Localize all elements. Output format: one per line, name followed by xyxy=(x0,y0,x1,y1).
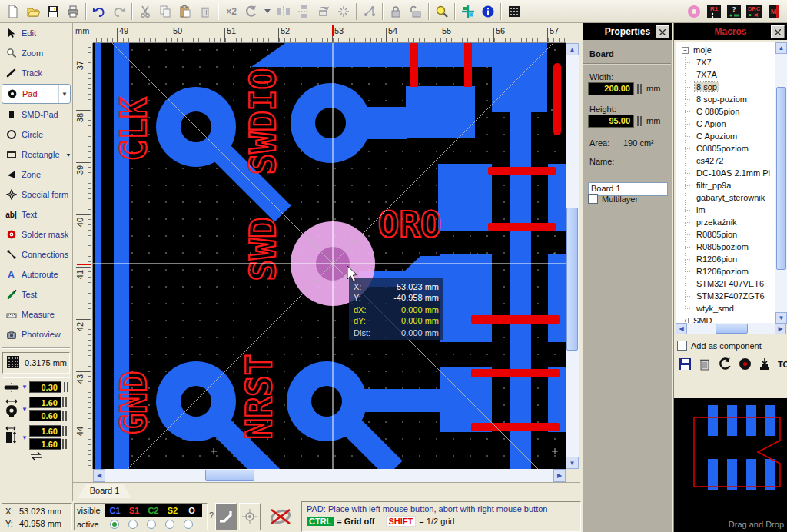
pan-crosshair-icon[interactable] xyxy=(458,2,478,21)
swap-dimensions-icon[interactable] xyxy=(28,451,45,462)
smd-height-spinner[interactable] xyxy=(62,439,67,449)
multilayer-checkbox[interactable] xyxy=(588,194,598,204)
active-layer-radio-s2[interactable] xyxy=(165,520,174,529)
layer-help-icon[interactable]: ? xyxy=(724,2,744,21)
macro-mode-icon[interactable]: M xyxy=(764,2,784,21)
component-values-icon[interactable]: R1 xyxy=(704,2,724,21)
connections-mode-icon[interactable] xyxy=(360,2,380,21)
sidebar-item-test[interactable]: Test xyxy=(0,284,72,304)
grid-setting-button[interactable]: 0.3175 mm xyxy=(2,352,70,374)
zoom-tool-icon[interactable] xyxy=(432,2,452,21)
layer-c1[interactable]: C1 xyxy=(105,506,125,515)
close-icon[interactable] xyxy=(656,25,669,38)
redo-icon[interactable] xyxy=(109,2,129,21)
tree-horizontal-scrollbar[interactable]: ◀ ▶ xyxy=(676,323,786,334)
collapse-icon[interactable]: − xyxy=(682,47,689,54)
macro-item[interactable]: C Apion xyxy=(676,118,775,130)
pad-outer-value[interactable]: 1.60 xyxy=(29,397,61,408)
sidebar-item-measure[interactable]: Measure xyxy=(0,304,72,324)
sidebar-item-solder-mask[interactable]: Solder mask xyxy=(0,224,72,244)
copy-icon[interactable] xyxy=(155,2,175,21)
new-file-icon[interactable] xyxy=(3,2,23,21)
print-icon[interactable] xyxy=(63,2,83,21)
active-layer-radio-s1[interactable] xyxy=(128,520,138,529)
open-file-icon[interactable] xyxy=(23,2,43,21)
unlock-icon[interactable] xyxy=(406,2,426,21)
macro-item[interactable]: cs4272 xyxy=(676,155,775,167)
sidebar-item-text[interactable]: ab|Text xyxy=(0,204,72,224)
macro-item[interactable]: R1206poziom xyxy=(676,265,775,278)
pad-hole-spinner[interactable] xyxy=(62,411,67,421)
macro-item[interactable]: R0805poziom xyxy=(676,241,775,253)
paste-icon[interactable] xyxy=(175,2,195,21)
tab-board-1[interactable]: Board 1 xyxy=(78,484,131,498)
pad-outer-spinner[interactable] xyxy=(62,397,67,407)
undo-icon[interactable] xyxy=(89,2,109,21)
sidebar-item-rectangle[interactable]: Rectangle▼ xyxy=(0,145,72,165)
close-icon[interactable] xyxy=(771,25,785,38)
sidebar-item-circle[interactable]: Circle xyxy=(0,125,72,145)
macro-item[interactable]: filtr_pp9a xyxy=(676,179,775,191)
vertical-scroll-thumb[interactable] xyxy=(566,208,578,351)
label-oro[interactable]: ORO xyxy=(377,204,441,245)
smd-height-value[interactable]: 1.60 xyxy=(29,438,61,450)
active-layer-radio-c1[interactable] xyxy=(110,520,119,529)
track-width-spinner[interactable] xyxy=(64,382,68,392)
horizontal-scroll-thumb[interactable] xyxy=(205,470,254,481)
macro-item[interactable]: wtyk_smd xyxy=(676,302,775,314)
layer-help-link[interactable]: ? xyxy=(209,510,214,520)
sidebar-item-pad[interactable]: Pad▼ xyxy=(2,84,71,104)
info-icon[interactable] xyxy=(478,2,498,21)
height-value[interactable]: 95.00 xyxy=(588,115,634,128)
smd-size-dropdown-icon[interactable]: ▼ xyxy=(22,434,28,441)
duplicate-x2-button[interactable]: ×2 xyxy=(221,2,241,21)
sidebar-item-special-form[interactable]: Special form xyxy=(0,185,72,204)
sidebar-item-track[interactable]: Track xyxy=(0,63,72,83)
save-icon[interactable] xyxy=(43,2,63,21)
rotate-icon[interactable] xyxy=(241,2,261,21)
active-layer-radio-o[interactable] xyxy=(184,520,193,529)
mirror-horizontal-icon[interactable] xyxy=(274,2,294,21)
layer-c2[interactable]: C2 xyxy=(144,506,163,515)
layer-visibility-strip[interactable]: C1 S1 C2 S2 O xyxy=(105,504,202,517)
macro-tree[interactable]: −moje 7X7 7X7A 8 sop 8 sop-poziom C 0805… xyxy=(676,42,787,324)
macro-item-selected[interactable]: 8 sop xyxy=(676,81,775,93)
smd-width-value[interactable]: 1.60 xyxy=(29,425,61,437)
macro-item[interactable]: C0805poziom xyxy=(676,142,775,155)
track-bend-mode-button[interactable] xyxy=(215,503,237,530)
macro-item[interactable]: 7X7 xyxy=(676,56,775,68)
track-width-dropdown-icon[interactable]: ▼ xyxy=(22,384,28,391)
macro-item[interactable]: DC-10AS 2.1mm Pi xyxy=(676,167,775,179)
scroll-left-icon[interactable]: ◀ xyxy=(93,469,105,482)
sidebar-item-connections[interactable]: Connections xyxy=(0,244,72,264)
macro-item[interactable]: R0805pion xyxy=(676,228,775,241)
macro-item[interactable]: R1206pion xyxy=(676,253,775,265)
scroll-up-icon[interactable]: ▲ xyxy=(566,43,579,55)
no-connection-button[interactable] xyxy=(263,503,298,530)
rotate-dropdown-icon[interactable] xyxy=(261,2,274,21)
sidebar-item-edit[interactable]: Edit xyxy=(0,23,72,43)
macro-item[interactable]: przekaźnik xyxy=(676,216,775,228)
snap-target-button[interactable] xyxy=(239,503,261,530)
pad-hole-value[interactable]: 0.60 xyxy=(29,410,61,421)
canvas-horizontal-scrollbar[interactable]: ◀ ▶ xyxy=(93,469,566,482)
macro-item[interactable]: C 0805pion xyxy=(676,105,775,118)
macro-item[interactable]: STM32F407VET6 xyxy=(676,278,775,290)
height-spinner[interactable] xyxy=(637,116,642,126)
macro-preview[interactable]: Drag and Drop xyxy=(674,398,787,532)
macro-item[interactable]: STM32F407ZGT6 xyxy=(676,290,775,302)
sidebar-item-zoom[interactable]: Zoom xyxy=(0,43,72,63)
pad-size-dropdown-icon[interactable]: ▼ xyxy=(22,406,28,413)
drc-check-icon[interactable]: DRC xyxy=(744,2,764,21)
top-side-label[interactable]: TOP xyxy=(778,360,787,369)
sidebar-item-zone[interactable]: Zone xyxy=(0,165,72,185)
rotate-macro-icon[interactable] xyxy=(718,357,732,372)
sidebar-item-photoview[interactable]: Photoview xyxy=(0,324,72,344)
add-as-component-checkbox[interactable] xyxy=(677,341,687,351)
explode-icon[interactable] xyxy=(334,2,354,21)
macro-item[interactable]: gabaryt_sterownik xyxy=(676,191,775,204)
macro-item[interactable]: C Apoziom xyxy=(676,130,775,142)
tree-root[interactable]: −moje xyxy=(676,44,775,56)
macro-item[interactable]: 7X7A xyxy=(676,68,775,81)
delete-icon[interactable] xyxy=(195,2,215,21)
